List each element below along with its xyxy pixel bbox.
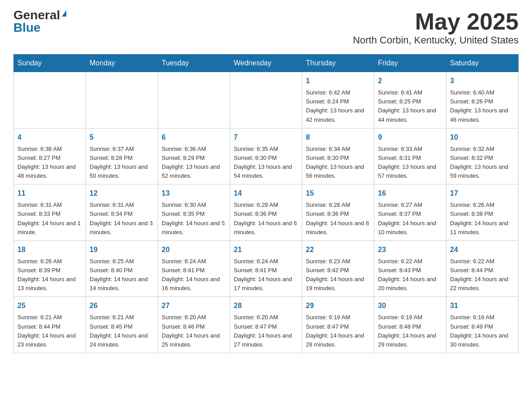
day-info: Sunrise: 6:25 AMSunset: 8:40 PMDaylight:…: [90, 257, 154, 293]
table-row: 6Sunrise: 6:36 AMSunset: 8:29 PMDaylight…: [158, 128, 230, 184]
day-number: 4: [17, 132, 82, 143]
table-row: 18Sunrise: 6:26 AMSunset: 8:39 PMDayligh…: [14, 240, 86, 297]
day-info: Sunrise: 6:24 AMSunset: 8:41 PMDaylight:…: [234, 257, 298, 293]
day-info: Sunrise: 6:18 AMSunset: 8:49 PMDaylight:…: [450, 313, 515, 349]
day-number: 28: [234, 300, 298, 311]
table-row: 29Sunrise: 6:19 AMSunset: 8:47 PMDayligh…: [302, 297, 374, 353]
day-number: 15: [306, 188, 370, 199]
calendar-title: May 2025: [353, 9, 519, 34]
col-monday: Monday: [86, 55, 158, 72]
day-number: 13: [162, 188, 226, 199]
col-wednesday: Wednesday: [230, 55, 302, 72]
logo-blue: Blue: [13, 21, 41, 34]
calendar-week-row: 25Sunrise: 6:21 AMSunset: 8:44 PMDayligh…: [14, 297, 519, 353]
day-info: Sunrise: 6:27 AMSunset: 8:37 PMDaylight:…: [378, 201, 442, 237]
logo-general: General: [13, 9, 60, 21]
table-row: 5Sunrise: 6:37 AMSunset: 8:28 PMDaylight…: [86, 128, 158, 184]
table-row: 2Sunrise: 6:41 AMSunset: 8:25 PMDaylight…: [374, 72, 446, 128]
day-number: 24: [450, 244, 515, 255]
table-row: 12Sunrise: 6:31 AMSunset: 8:34 PMDayligh…: [86, 184, 158, 241]
calendar-subtitle: North Corbin, Kentucky, United States: [353, 34, 519, 46]
calendar-header-row: Sunday Monday Tuesday Wednesday Thursday…: [14, 55, 519, 72]
table-row: 15Sunrise: 6:28 AMSunset: 8:36 PMDayligh…: [302, 184, 374, 241]
day-info: Sunrise: 6:20 AMSunset: 8:46 PMDaylight:…: [162, 313, 226, 349]
day-number: 22: [306, 244, 370, 255]
table-row: 13Sunrise: 6:30 AMSunset: 8:35 PMDayligh…: [158, 184, 230, 241]
day-number: 23: [378, 244, 442, 255]
day-info: Sunrise: 6:35 AMSunset: 8:30 PMDaylight:…: [234, 145, 298, 181]
col-saturday: Saturday: [446, 55, 519, 72]
day-number: 19: [90, 244, 154, 255]
day-info: Sunrise: 6:23 AMSunset: 8:42 PMDaylight:…: [306, 257, 370, 293]
day-info: Sunrise: 6:22 AMSunset: 8:44 PMDaylight:…: [450, 257, 515, 293]
logo: General Blue: [13, 9, 66, 34]
day-number: 26: [90, 300, 154, 311]
day-number: 25: [17, 300, 82, 311]
day-info: Sunrise: 6:34 AMSunset: 8:30 PMDaylight:…: [306, 145, 370, 181]
day-info: Sunrise: 6:26 AMSunset: 8:38 PMDaylight:…: [450, 201, 515, 237]
day-info: Sunrise: 6:31 AMSunset: 8:33 PMDaylight:…: [17, 201, 82, 237]
day-number: 7: [234, 132, 298, 143]
day-info: Sunrise: 6:40 AMSunset: 8:26 PMDaylight:…: [450, 88, 515, 124]
table-row: [158, 72, 230, 128]
table-row: 4Sunrise: 6:38 AMSunset: 8:27 PMDaylight…: [14, 128, 86, 184]
table-row: 7Sunrise: 6:35 AMSunset: 8:30 PMDaylight…: [230, 128, 302, 184]
table-row: 11Sunrise: 6:31 AMSunset: 8:33 PMDayligh…: [14, 184, 86, 241]
table-row: 28Sunrise: 6:20 AMSunset: 8:47 PMDayligh…: [230, 297, 302, 353]
day-info: Sunrise: 6:36 AMSunset: 8:29 PMDaylight:…: [162, 145, 226, 181]
day-number: 18: [17, 244, 82, 255]
table-row: 26Sunrise: 6:21 AMSunset: 8:45 PMDayligh…: [86, 297, 158, 353]
day-info: Sunrise: 6:21 AMSunset: 8:45 PMDaylight:…: [90, 313, 154, 349]
day-number: 9: [378, 132, 442, 143]
day-number: 31: [450, 300, 515, 311]
col-tuesday: Tuesday: [158, 55, 230, 72]
day-number: 30: [378, 300, 442, 311]
day-info: Sunrise: 6:21 AMSunset: 8:44 PMDaylight:…: [17, 313, 82, 349]
table-row: 31Sunrise: 6:18 AMSunset: 8:49 PMDayligh…: [446, 297, 519, 353]
day-number: 16: [378, 188, 442, 199]
day-number: 5: [90, 132, 154, 143]
table-row: 9Sunrise: 6:33 AMSunset: 8:31 PMDaylight…: [374, 128, 446, 184]
table-row: 1Sunrise: 6:42 AMSunset: 8:24 PMDaylight…: [302, 72, 374, 128]
table-row: 30Sunrise: 6:19 AMSunset: 8:48 PMDayligh…: [374, 297, 446, 353]
day-info: Sunrise: 6:41 AMSunset: 8:25 PMDaylight:…: [378, 88, 442, 124]
table-row: 17Sunrise: 6:26 AMSunset: 8:38 PMDayligh…: [446, 184, 519, 241]
table-row: [14, 72, 86, 128]
table-row: 19Sunrise: 6:25 AMSunset: 8:40 PMDayligh…: [86, 240, 158, 297]
col-thursday: Thursday: [302, 55, 374, 72]
table-row: 16Sunrise: 6:27 AMSunset: 8:37 PMDayligh…: [374, 184, 446, 241]
day-number: 6: [162, 132, 226, 143]
day-info: Sunrise: 6:37 AMSunset: 8:28 PMDaylight:…: [90, 145, 154, 181]
table-row: 25Sunrise: 6:21 AMSunset: 8:44 PMDayligh…: [14, 297, 86, 353]
day-number: 10: [450, 132, 515, 143]
day-number: 8: [306, 132, 370, 143]
day-number: 12: [90, 188, 154, 199]
day-info: Sunrise: 6:20 AMSunset: 8:47 PMDaylight:…: [234, 313, 298, 349]
day-info: Sunrise: 6:33 AMSunset: 8:31 PMDaylight:…: [378, 145, 442, 181]
table-row: [86, 72, 158, 128]
day-info: Sunrise: 6:24 AMSunset: 8:41 PMDaylight:…: [162, 257, 226, 293]
day-number: 3: [450, 76, 515, 86]
day-info: Sunrise: 6:42 AMSunset: 8:24 PMDaylight:…: [306, 88, 370, 124]
day-number: 29: [306, 300, 370, 311]
calendar-table: Sunday Monday Tuesday Wednesday Thursday…: [13, 54, 519, 353]
table-row: 21Sunrise: 6:24 AMSunset: 8:41 PMDayligh…: [230, 240, 302, 297]
table-row: 10Sunrise: 6:32 AMSunset: 8:32 PMDayligh…: [446, 128, 519, 184]
calendar-week-row: 18Sunrise: 6:26 AMSunset: 8:39 PMDayligh…: [14, 240, 519, 297]
day-info: Sunrise: 6:32 AMSunset: 8:32 PMDaylight:…: [450, 145, 515, 181]
day-number: 14: [234, 188, 298, 199]
table-row: 24Sunrise: 6:22 AMSunset: 8:44 PMDayligh…: [446, 240, 519, 297]
day-info: Sunrise: 6:38 AMSunset: 8:27 PMDaylight:…: [17, 145, 82, 181]
table-row: 3Sunrise: 6:40 AMSunset: 8:26 PMDaylight…: [446, 72, 519, 128]
table-row: 22Sunrise: 6:23 AMSunset: 8:42 PMDayligh…: [302, 240, 374, 297]
table-row: 27Sunrise: 6:20 AMSunset: 8:46 PMDayligh…: [158, 297, 230, 353]
table-row: 23Sunrise: 6:22 AMSunset: 8:43 PMDayligh…: [374, 240, 446, 297]
day-number: 2: [378, 76, 442, 86]
calendar-week-row: 11Sunrise: 6:31 AMSunset: 8:33 PMDayligh…: [14, 184, 519, 241]
table-row: 20Sunrise: 6:24 AMSunset: 8:41 PMDayligh…: [158, 240, 230, 297]
day-number: 11: [17, 188, 82, 199]
table-row: [230, 72, 302, 128]
calendar-week-row: 1Sunrise: 6:42 AMSunset: 8:24 PMDaylight…: [14, 72, 519, 128]
day-info: Sunrise: 6:26 AMSunset: 8:39 PMDaylight:…: [17, 257, 82, 293]
table-row: 14Sunrise: 6:29 AMSunset: 8:36 PMDayligh…: [230, 184, 302, 241]
